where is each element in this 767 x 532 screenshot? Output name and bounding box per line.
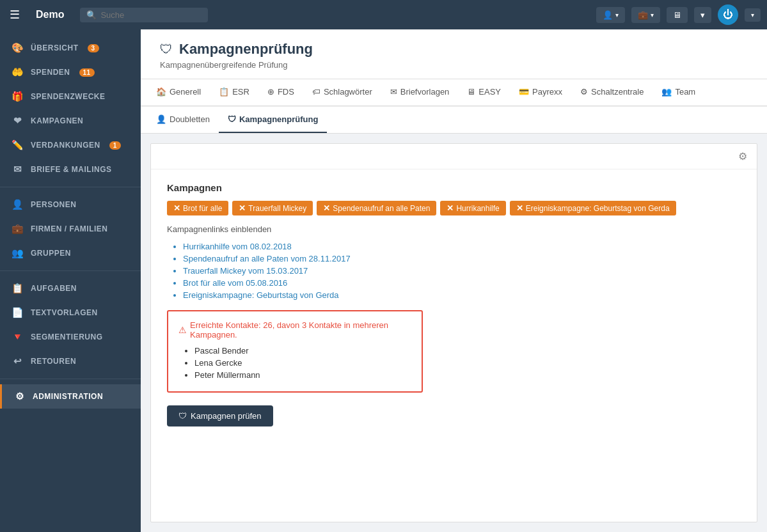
tab-easy-label: EASY [478, 87, 501, 97]
schaltzentrale-icon: ⚙ [580, 87, 588, 97]
warning-contacts-list: Pascal Bender Lena Gercke Peter Müllerma… [178, 346, 411, 380]
tab-esr-label: ESR [232, 87, 249, 97]
tab-generell[interactable]: 🏠 Generell [147, 79, 210, 106]
navbar: ☰ Demo 🔍 👤 ▾ 💼 ▾ 🖥 ▾ ⏻ ▾ [0, 0, 767, 29]
team-icon: 👥 [661, 87, 672, 97]
user-icon: 👤 [603, 10, 613, 20]
power-chevron: ▾ [751, 12, 754, 19]
warning-contact-2: Peter Müllermann [194, 370, 411, 380]
sidebar-item-verdankungen[interactable]: ✏️ VERDANKUNGEN 1 [0, 133, 141, 157]
tab-doubletten[interactable]: 👤 Doubletten [147, 107, 219, 133]
sidebar-item-briefe[interactable]: ✉ BRIEFE & MAILINGS [0, 157, 141, 182]
user-chevron: ▾ [615, 12, 619, 19]
tab-nav-row1: 🏠 Generell 📋 ESR ⊕ FDS 🏷 Schlagwörter ✉ … [141, 79, 767, 106]
sidebar-item-kampagnen[interactable]: ❤ KAMPAGNEN [0, 109, 141, 133]
doubletten-icon: 👤 [156, 114, 166, 124]
tab-fds[interactable]: ⊕ FDS [258, 79, 303, 106]
power-dropdown[interactable]: ▾ [745, 8, 761, 22]
tab-esr[interactable]: 📋 ESR [210, 79, 258, 106]
content-inner: Kampagnen ✕ Brot für alle ✕ Trauerfall M… [151, 169, 757, 439]
warning-contact-1: Lena Gercke [194, 358, 411, 368]
sidebar-item-personen[interactable]: 👤 PERSONEN [0, 192, 141, 217]
campaign-links-toggle[interactable]: Kampagnenlinks einblenden [167, 224, 741, 234]
tab-payrexx[interactable]: 💳 Payrexx [510, 79, 571, 106]
firmen-icon: 💼 [12, 223, 24, 235]
campaign-tags: ✕ Brot für alle ✕ Trauerfall Mickey ✕ Sp… [167, 201, 741, 215]
tab-team[interactable]: 👥 Team [652, 79, 704, 106]
more-button[interactable]: ▾ [694, 7, 711, 23]
briefcase-menu-button[interactable]: 💼 ▾ [631, 7, 660, 23]
campaign-link-1[interactable]: Spendenaufruf an alle Paten vom 28.11.20… [183, 254, 741, 263]
sidebar-item-gruppen[interactable]: 👥 GRUPPEN [0, 241, 141, 265]
more-chevron: ▾ [700, 10, 705, 20]
action-btn-shield-icon: 🛡 [178, 411, 187, 421]
sidebar-label-verdankungen: VERDANKUNGEN [31, 141, 100, 150]
tab-generell-label: Generell [170, 87, 201, 97]
sidebar-item-aufgaben[interactable]: 📋 AUFGABEN [0, 276, 141, 301]
tab-schlagworter[interactable]: 🏷 Schlagwörter [303, 79, 381, 106]
sidebar-item-spenden[interactable]: 🤲 SPENDEN 11 [0, 60, 141, 84]
tab-payrexx-label: Payrexx [532, 87, 562, 97]
sidebar-item-retouren[interactable]: ↩ RETOUREN [0, 349, 141, 373]
sidebar-label-gruppen: GRUPPEN [31, 249, 71, 258]
tab-easy[interactable]: 🖥 EASY [458, 79, 510, 106]
tab-briefvorlagen[interactable]: ✉ Briefvorlagen [381, 79, 459, 106]
campaign-tag-3[interactable]: ✕ Hurrikanhilfe [440, 201, 505, 215]
sidebar-item-administration[interactable]: ⚙ ADMINISTRATION [0, 384, 141, 409]
search-bar[interactable]: 🔍 [80, 8, 208, 22]
sidebar-item-firmen[interactable]: 💼 FIRMEN / FAMILIEN [0, 217, 141, 241]
gruppen-icon: 👥 [12, 247, 24, 259]
campaign-link-0[interactable]: Hurrikanhilfe vom 08.02.2018 [183, 242, 741, 251]
screen-button[interactable]: 🖥 [667, 7, 688, 23]
sidebar-label-segmentierung: SEGMENTIERUNG [31, 332, 103, 341]
sidebar-label-retouren: RETOUREN [31, 357, 76, 366]
campaign-tag-4[interactable]: ✕ Ereigniskampagne: Geburtstag von Gerda [510, 201, 676, 215]
sidebar-item-textvorlagen[interactable]: 📄 TEXTVORLAGEN [0, 301, 141, 325]
tab-doubletten-label: Doubletten [170, 114, 210, 124]
section-title: Kampagnen [167, 182, 741, 193]
aufgaben-icon: 📋 [12, 283, 24, 294]
spendenzwecke-icon: 🎁 [12, 91, 24, 102]
esr-icon: 📋 [219, 87, 229, 97]
tab-schaltzentrale-label: Schaltzentrale [591, 87, 644, 97]
sidebar: 🎨 ÜBERSICHT 3 🤲 SPENDEN 11 🎁 SPENDENZWEC… [0, 29, 141, 532]
hamburger-menu[interactable]: ☰ [6, 4, 23, 25]
campaign-tag-1[interactable]: ✕ Trauerfall Mickey [232, 201, 313, 215]
sidebar-item-segmentierung[interactable]: 🔻 SEGMENTIERUNG [0, 325, 141, 349]
campaign-tag-0[interactable]: ✕ Brot für alle [167, 201, 228, 215]
user-menu-button[interactable]: 👤 ▾ [596, 7, 625, 23]
sidebar-item-spendenzwecke[interactable]: 🎁 SPENDENZWECKE [0, 84, 141, 109]
tag-label-1: Trauerfall Mickey [248, 204, 306, 213]
kampagnenpruefung-icon: 🛡 [228, 114, 236, 124]
sidebar-item-ubersicht[interactable]: 🎨 ÜBERSICHT 3 [0, 36, 141, 60]
brand-name: Demo [36, 9, 64, 20]
tab-schaltzentrale[interactable]: ⚙ Schaltzentrale [571, 79, 652, 106]
page-title: Kampagnenprüfung [179, 41, 313, 58]
campaign-link-2[interactable]: Trauerfall Mickey vom 15.03.2017 [183, 266, 741, 276]
tab-kampagnenpruefung[interactable]: 🛡 Kampagnenprüfung [219, 107, 328, 133]
search-input[interactable] [100, 10, 196, 20]
briefcase-icon: 💼 [638, 10, 648, 20]
warning-header: ⚠ Erreichte Kontakte: 26, davon 3 Kontak… [178, 320, 411, 340]
campaign-link-3[interactable]: Brot für alle vom 05.08.2016 [183, 278, 741, 288]
textvorlagen-icon: 📄 [12, 307, 24, 318]
power-button[interactable]: ⏻ [718, 4, 738, 25]
campaign-link-4[interactable]: Ereigniskampagne: Geburtstag von Gerda [183, 290, 741, 300]
sidebar-label-textvorlagen: TEXTVORLAGEN [31, 308, 98, 317]
page-content: ⚙ Kampagnen ✕ Brot für alle ✕ Trauerfall… [150, 143, 757, 522]
tag-label-4: Ereigniskampagne: Geburtstag von Gerda [526, 204, 670, 213]
tag-x-icon-1: ✕ [239, 203, 246, 213]
campaign-tag-2[interactable]: ✕ Spendenaufruf an alle Paten [317, 201, 436, 215]
sidebar-label-spendenzwecke: SPENDENZWECKE [31, 92, 106, 101]
warning-message: Erreichte Kontakte: 26, davon 3 Kontakte… [190, 320, 411, 340]
tag-label-0: Brot für alle [183, 204, 222, 213]
page-subtitle: Kampagnenübergreifende Prüfung [160, 60, 748, 70]
segmentierung-icon: 🔻 [12, 331, 24, 343]
kampagnen-prufen-button[interactable]: 🛡 Kampagnen prüfen [167, 405, 273, 426]
settings-gear-icon[interactable]: ⚙ [738, 150, 747, 162]
sidebar-label-firmen: FIRMEN / FAMILIEN [31, 224, 108, 233]
spenden-badge: 11 [79, 68, 95, 77]
sidebar-label-briefe: BRIEFE & MAILINGS [31, 165, 112, 174]
tab-schlagworter-label: Schlagwörter [324, 87, 372, 97]
verdankungen-icon: ✏️ [12, 139, 24, 151]
